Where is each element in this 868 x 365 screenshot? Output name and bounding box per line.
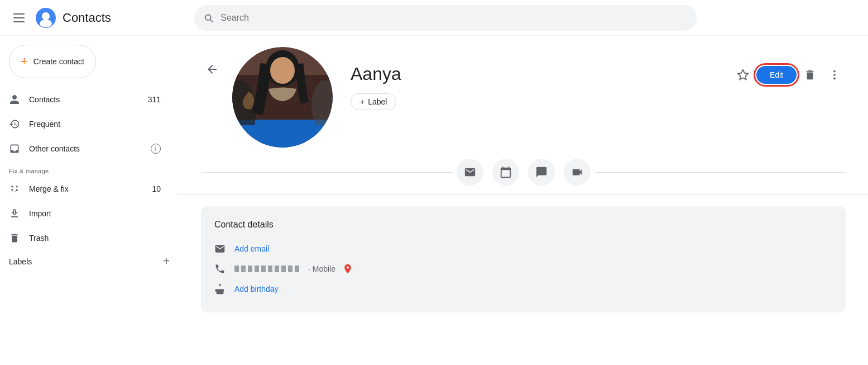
header-actions: Edit <box>732 64 846 86</box>
phone-detail-row: · Mobile <box>214 259 832 279</box>
sidebar: + Create contact Contacts 311 Frequent O… <box>0 36 179 365</box>
plus-colorful-icon: + <box>21 54 28 69</box>
add-email-link[interactable]: Add email <box>234 244 269 253</box>
email-detail-row: Add email <box>214 239 832 259</box>
merge-icon <box>9 183 20 195</box>
fix-manage-title: Fix & manage <box>0 161 179 177</box>
contacts-label: Contacts <box>29 95 139 104</box>
birthday-detail-icon <box>214 283 226 295</box>
delete-button[interactable] <box>799 64 821 86</box>
star-button[interactable] <box>732 64 754 86</box>
search-icon <box>203 12 214 23</box>
sidebar-item-merge-fix[interactable]: Merge & fix 10 <box>0 177 170 201</box>
edit-button[interactable]: Edit <box>756 66 797 84</box>
contact-details-title: Contact details <box>214 220 832 230</box>
contact-info: Aanya + Label <box>333 47 732 110</box>
add-label-button[interactable]: + <box>163 255 170 268</box>
main-layout: + Create contact Contacts 311 Frequent O… <box>0 36 868 365</box>
labels-title: Labels <box>9 257 163 266</box>
create-contact-button[interactable]: + Create contact <box>9 45 96 78</box>
calendar-action-button[interactable] <box>492 159 519 186</box>
frequent-label: Frequent <box>29 120 161 129</box>
app-logo-icon <box>36 8 56 28</box>
menu-icon[interactable] <box>9 9 29 27</box>
message-action-button[interactable] <box>528 159 555 186</box>
sidebar-item-contacts[interactable]: Contacts 311 <box>0 87 170 112</box>
svg-point-12 <box>833 78 836 80</box>
other-contacts-label: Other contacts <box>29 144 142 153</box>
sidebar-item-trash[interactable]: Trash <box>0 226 170 250</box>
add-birthday-link[interactable]: Add birthday <box>234 285 279 293</box>
contact-actions-bar <box>179 159 868 195</box>
topbar-left: Contacts <box>9 8 188 28</box>
search-bar <box>194 5 697 31</box>
contact-header: Aanya + Label Edit <box>179 36 868 159</box>
sidebar-item-frequent[interactable]: Frequent <box>0 112 170 136</box>
app-title: Contacts <box>63 11 111 25</box>
phone-type-label: · Mobile <box>308 264 335 273</box>
import-label: Import <box>29 209 161 218</box>
email-action-button[interactable] <box>457 159 483 186</box>
email-detail-icon <box>214 243 226 254</box>
add-label-button-contact[interactable]: + Label <box>351 93 396 110</box>
trash-icon <box>9 233 20 244</box>
phone-number-display: · Mobile <box>234 263 353 274</box>
topbar: Contacts <box>0 0 868 36</box>
sidebar-item-other-contacts[interactable]: Other contacts i <box>0 136 170 161</box>
label-plus-icon: + <box>360 97 365 106</box>
phone-number-blurred <box>234 266 301 272</box>
merge-fix-count: 10 <box>152 184 161 193</box>
contact-avatar <box>232 47 333 148</box>
google-maps-icon <box>342 263 353 274</box>
contact-details-card: Contact details Add email · Mobile <box>201 206 846 312</box>
create-contact-label: Create contact <box>33 57 84 66</box>
action-icons-group <box>452 159 595 186</box>
trash-label: Trash <box>29 234 161 243</box>
avatar-image <box>232 47 333 148</box>
contact-content: Aanya + Label Edit <box>179 36 868 365</box>
more-options-button[interactable] <box>823 64 846 86</box>
label-text: Label <box>368 97 387 106</box>
sidebar-item-import[interactable]: Import <box>0 201 170 226</box>
svg-point-10 <box>833 70 836 73</box>
svg-point-8 <box>270 57 295 84</box>
back-button[interactable] <box>201 58 223 80</box>
import-icon <box>9 208 20 219</box>
person-icon <box>9 94 20 105</box>
labels-section: Labels + <box>0 250 179 272</box>
contacts-count: 311 <box>148 95 161 104</box>
divider-right <box>595 172 846 173</box>
video-action-button[interactable] <box>564 159 591 186</box>
svg-point-2 <box>40 20 52 27</box>
history-icon <box>9 118 20 130</box>
svg-point-1 <box>42 12 50 20</box>
svg-point-11 <box>833 74 836 76</box>
other-contacts-info-icon[interactable]: i <box>151 144 161 154</box>
inbox-icon <box>9 143 20 154</box>
divider-left <box>201 172 452 173</box>
birthday-detail-row: Add birthday <box>214 279 832 299</box>
search-input[interactable] <box>220 13 688 23</box>
merge-fix-label: Merge & fix <box>29 184 143 193</box>
contact-name: Aanya <box>351 64 732 84</box>
phone-detail-icon <box>214 263 226 274</box>
